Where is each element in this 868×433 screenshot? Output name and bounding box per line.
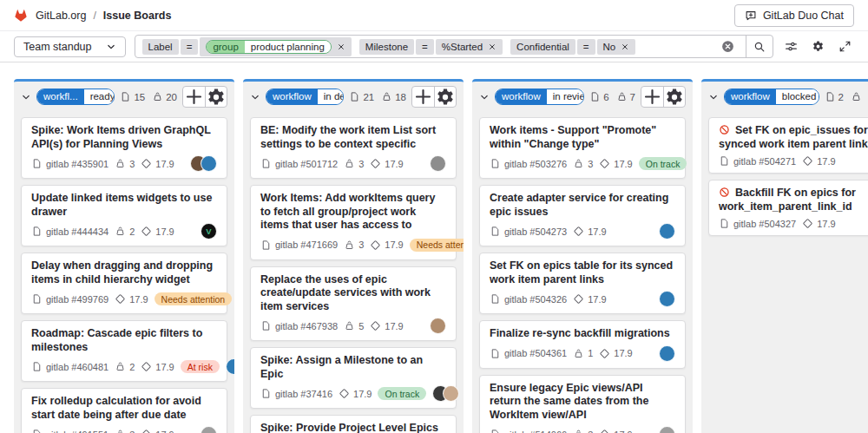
board-card[interactable]: Update linked items widgets to use drawe… [21,185,227,246]
assignee-avatar[interactable] [226,358,234,375]
assignee-avatars [201,426,217,433]
column-weight-total [851,91,865,102]
scoped-label: groupproduct planning [206,40,331,54]
column-card-list[interactable]: Spike: Work Items driven GraphQL API(s) … [14,112,234,433]
blocked-icon [719,187,730,198]
assignee-avatar[interactable] [430,155,446,172]
board-card[interactable]: Finalize re-sync backfill migrationsgitl… [479,320,686,369]
issue-type-icon [31,226,43,237]
column-card-list[interactable]: Work items - Support "Promote" within "C… [472,112,693,433]
add-issue-button[interactable] [641,87,663,107]
column-card-list[interactable]: Set FK on epic_issues for its synced wor… [701,112,868,241]
assignee-avatars: V [201,223,217,239]
issue-reference: gitlab #504361 [490,348,567,359]
assignee-avatars [226,358,234,375]
board: workfl...ready for developme...1520Spike… [0,62,868,433]
iteration-icon [370,239,381,251]
duo-chat-button[interactable]: GitLab Duo Chat [734,4,854,27]
card-iteration: 17.9 [141,429,174,433]
health-status-badge: Needs attention [155,292,233,305]
filter-token-confidential: Confidential = No [510,39,635,55]
weight-icon [573,158,584,169]
board-name: Team standup [23,41,92,53]
issue-ref-text: gitlab #504271 [733,156,796,167]
board-card[interactable]: Set FK on epics table for its synced wor… [479,253,686,314]
column-label-scope: workfl... [37,89,84,104]
issue-type-icon [719,155,730,167]
assignee-avatar[interactable] [659,426,675,433]
assignee-avatar[interactable] [443,385,459,402]
board-card[interactable]: Work items - Support "Promote" within "C… [479,117,686,179]
board-card[interactable]: Spike: Assign a Milestone to an Epicgitl… [250,347,457,409]
column-header: workfl...ready for developme...1520 [14,82,234,112]
board-card[interactable]: Fix rolledup calculation for avoid start… [21,388,227,433]
board-column: workflowin review67Work items - Support … [472,79,693,433]
health-status-badge: Needs attention [410,239,464,252]
assignee-avatar[interactable] [201,426,217,433]
gitlab-logo-icon[interactable] [14,9,28,23]
collapse-column-icon[interactable] [21,92,31,102]
board-card[interactable]: Set FK on epic_issues for its synced wor… [708,117,868,174]
card-footer: gitlab #50432717.9 [719,218,868,229]
add-issue-button[interactable] [183,87,205,107]
list-settings-button[interactable] [663,87,685,107]
remove-token-icon[interactable] [488,43,496,51]
card-weight: 3 [573,429,593,433]
board-card[interactable]: Roadmap: Cascade epic filters to milesto… [21,320,227,382]
card-footer: gitlab #50427117.9 [719,155,868,167]
board-switcher-dropdown[interactable]: Team standup [14,36,126,57]
board-card[interactable]: Spike: Work Items driven GraphQL API(s) … [21,117,227,179]
collapse-column-icon[interactable] [479,92,490,102]
card-title: Fix rolledup calculation for avoid start… [31,395,217,422]
assignee-avatar[interactable] [201,155,217,172]
breadcrumb-page-link[interactable]: Issue Boards [103,10,172,22]
token-operator: = [577,39,595,55]
board-card[interactable]: Work Items: Add workItems query to fetch… [250,185,457,260]
collapse-column-icon[interactable] [250,92,260,102]
board-card[interactable]: Delay when dragging and dropping items i… [21,253,227,314]
column-label[interactable]: workflowin dev [266,89,344,105]
iteration-icon [370,320,381,331]
assignee-avatar[interactable] [659,223,675,239]
issue-type-icon [719,218,730,229]
board-card[interactable]: Ensure legacy Epic views/API return the … [479,375,686,433]
column-card-list[interactable]: BE: Modify the work item List sort setti… [243,112,464,433]
board-card[interactable]: Create adapter service for creating epic… [479,185,686,246]
assignee-avatars [430,318,446,334]
board-card[interactable]: Spike: Provide Project Level Epicsgitlab… [250,415,457,433]
assignee-avatar[interactable] [659,291,675,307]
card-iteration: 17.9 [141,158,174,169]
assignee-avatar[interactable]: V [201,223,217,239]
issue-count-icon [120,91,131,102]
board-card[interactable]: BE: Modify the work item List sort setti… [250,117,457,179]
add-issue-button[interactable] [412,87,434,107]
board-settings-gear-icon[interactable] [809,37,827,56]
search-button[interactable] [746,35,773,58]
column-label[interactable]: workfl...ready for developme... [36,89,115,105]
remove-token-icon[interactable] [337,43,345,51]
card-footer: gitlab #467938517.9 [260,318,446,334]
issue-reference: gitlab #504271 [719,155,796,167]
assignee-avatar[interactable] [430,318,446,334]
collapse-column-icon[interactable] [708,92,719,102]
sort-preferences-icon[interactable] [782,37,800,56]
card-iteration: 17.9 [141,226,174,237]
column-label[interactable]: workflowin review [495,89,584,105]
board-card[interactable]: Backfill FK on epics for work_item_paren… [708,180,868,236]
column-label[interactable]: workflowblocked [724,89,819,105]
issue-reference: gitlab #503276 [490,158,567,169]
fullscreen-expand-icon[interactable] [836,37,854,56]
card-title: Roadmap: Cascade epic filters to milesto… [31,327,217,354]
remove-token-icon[interactable] [621,43,629,51]
breadcrumb-group-link[interactable]: GitLab.org [36,10,86,22]
issue-ref-text: gitlab #514066 [504,430,567,433]
board-card[interactable]: Replace the uses of epic create/update s… [250,266,457,342]
list-settings-button[interactable] [434,87,456,107]
assignee-avatar[interactable] [659,345,675,362]
clear-search-icon[interactable] [721,40,734,53]
search-icon [753,41,766,53]
issue-ref-text: gitlab #504273 [504,226,567,237]
list-settings-button[interactable] [205,87,227,107]
issue-ref-text: gitlab #467938 [275,321,338,331]
filtered-search-input[interactable]: Label = groupproduct planning Milestone … [135,35,773,58]
